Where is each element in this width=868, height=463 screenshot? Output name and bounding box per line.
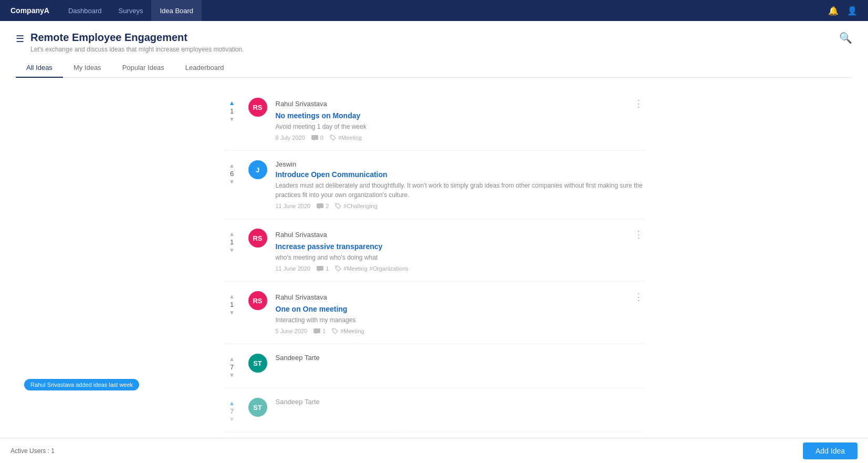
svg-point-1 xyxy=(336,204,337,205)
idea-description: Avoid meeting 1 day of the week xyxy=(276,122,644,131)
tag: #Meeting xyxy=(343,265,367,272)
idea-comments: 1 xyxy=(313,328,326,334)
idea-comments: 1 xyxy=(317,265,329,272)
idea-comments: 2 xyxy=(317,203,329,209)
idea-content: Sandeep Tarte xyxy=(276,398,644,408)
tab-popular-ideas[interactable]: Popular Ideas xyxy=(112,58,175,78)
tabs: All Ideas My Ideas Popular Ideas Leaderb… xyxy=(16,58,852,78)
idea-header: Sandeep Tarte xyxy=(276,354,644,362)
nav-dashboard[interactable]: Dashboard xyxy=(60,0,110,21)
add-idea-button[interactable]: Add Idea xyxy=(803,443,857,459)
svg-point-3 xyxy=(333,329,334,330)
ideas-container: ▲ 1 ▼ RS Rahul Srivastava ⋮ No meetings … xyxy=(16,88,852,433)
vote-up-button[interactable]: ▲ xyxy=(229,356,235,362)
idea-meta: 11 June 2020 1 #Meeting #Organizations xyxy=(276,265,644,272)
nav-idea-board[interactable]: Idea Board xyxy=(151,0,202,21)
svg-point-2 xyxy=(336,266,337,267)
idea-meta: 8 July 2020 0 #Meeting xyxy=(276,135,644,141)
search-icon[interactable]: 🔍 xyxy=(839,32,852,44)
avatar: J xyxy=(248,160,267,179)
vote-up-button[interactable]: ▲ xyxy=(229,162,235,169)
tag: #Meeting xyxy=(340,328,364,334)
main-container: ☰ Remote Employee Engagement Let's excha… xyxy=(0,21,868,463)
avatar: ST xyxy=(248,354,267,373)
idea-tags: #Meeting #Organizations xyxy=(335,265,408,272)
idea-menu-button[interactable]: ⋮ xyxy=(634,291,644,303)
vote-down-button[interactable]: ▼ xyxy=(229,247,235,253)
nav-right: 🔔 👤 xyxy=(828,6,857,16)
idea-menu-button[interactable]: ⋮ xyxy=(634,98,644,109)
vote-count: 7 xyxy=(230,407,234,415)
idea-author: Rahul Srivastava xyxy=(276,100,327,108)
vote-count: 1 xyxy=(230,238,234,246)
vote-section: ▲ 1 ▼ xyxy=(224,231,240,253)
tag: #Meeting xyxy=(338,135,362,141)
tab-my-ideas[interactable]: My Ideas xyxy=(63,58,112,78)
idea-date: 11 June 2020 xyxy=(276,265,311,272)
idea-card-partial: ▲ 7 ▼ ST Sandeep Tarte xyxy=(224,388,644,433)
idea-tags: #Meeting xyxy=(330,135,362,141)
idea-card: ▲ 1 ▼ RS Rahul Srivastava ⋮ No meetings … xyxy=(224,88,644,151)
notification-pill: Rahul Srivastava added ideas last week xyxy=(24,379,139,390)
active-users-label: Active Users : 1 xyxy=(11,447,55,455)
board-title: Remote Employee Engagement xyxy=(30,32,244,44)
idea-title[interactable]: One on One meeting xyxy=(276,305,644,313)
idea-comments: 0 xyxy=(311,135,323,141)
vote-down-button[interactable]: ▼ xyxy=(229,310,235,316)
vote-down-button[interactable]: ▼ xyxy=(229,372,235,378)
idea-date: 5 June 2020 xyxy=(276,328,308,334)
avatar: RS xyxy=(248,291,267,310)
idea-meta: 11 June 2020 2 #Challenging xyxy=(276,203,644,209)
idea-author: Rahul Srivastava xyxy=(276,231,327,239)
vote-section: ▲ 7 ▼ xyxy=(224,400,240,423)
tag: #Challenging xyxy=(343,203,377,209)
vote-down-button[interactable]: ▼ xyxy=(229,416,235,423)
idea-menu-button[interactable]: ⋮ xyxy=(634,229,644,240)
hamburger-icon[interactable]: ☰ xyxy=(16,33,24,45)
vote-down-button[interactable]: ▼ xyxy=(229,179,235,185)
idea-content: Sandeep Tarte xyxy=(276,354,644,364)
idea-header: Jeswin xyxy=(276,160,644,168)
tag: #Organizations xyxy=(370,265,409,272)
nav-surveys[interactable]: Surveys xyxy=(110,0,152,21)
notification-icon[interactable]: 🔔 xyxy=(828,6,839,16)
tab-all-ideas[interactable]: All Ideas xyxy=(16,58,63,78)
idea-date: 8 July 2020 xyxy=(276,135,305,141)
vote-up-button[interactable]: ▲ xyxy=(229,231,235,237)
footer: Active Users : 1 Add Idea xyxy=(0,438,868,463)
board-subtitle: Let's exchange and discuss ideas that mi… xyxy=(30,46,244,53)
idea-card: ▲ 7 ▼ ST Sandeep Tarte xyxy=(224,344,644,388)
vote-count: 1 xyxy=(230,301,234,308)
tab-leaderboard[interactable]: Leaderboard xyxy=(175,58,235,78)
brand-name: CompanyA xyxy=(11,6,49,15)
idea-card: ▲ 1 ▼ RS Rahul Srivastava ⋮ One on One m… xyxy=(224,282,644,344)
top-nav: CompanyA Dashboard Surveys Idea Board 🔔 … xyxy=(0,0,868,21)
vote-section: ▲ 6 ▼ xyxy=(224,162,240,185)
idea-content: Jeswin Introduce Open Communication Lead… xyxy=(276,160,644,209)
vote-up-button[interactable]: ▲ xyxy=(229,400,235,406)
idea-tags: #Meeting xyxy=(332,328,364,334)
idea-date: 11 June 2020 xyxy=(276,203,311,209)
vote-count: 6 xyxy=(230,170,234,178)
idea-content: Rahul Srivastava ⋮ No meetings on Monday… xyxy=(276,98,644,141)
vote-section: ▲ 1 ▼ xyxy=(224,100,240,122)
nav-links: Dashboard Surveys Idea Board xyxy=(60,0,202,21)
idea-description: Interacting with my manages xyxy=(276,315,644,325)
vote-section: ▲ 7 ▼ xyxy=(224,356,240,378)
idea-author: Sandeep Tarte xyxy=(276,398,320,406)
vote-up-button[interactable]: ▲ xyxy=(229,100,235,106)
idea-title[interactable]: No meetings on Monday xyxy=(276,111,644,120)
vote-count: 1 xyxy=(230,107,234,115)
vote-down-button[interactable]: ▼ xyxy=(229,116,235,122)
user-icon[interactable]: 👤 xyxy=(847,6,857,16)
board-title-text: Remote Employee Engagement Let's exchang… xyxy=(30,32,244,53)
ideas-list: ▲ 1 ▼ RS Rahul Srivastava ⋮ No meetings … xyxy=(224,88,644,433)
idea-description: Leaders must act deliberately and though… xyxy=(276,181,644,200)
idea-content: Rahul Srivastava ⋮ Increase passive tran… xyxy=(276,229,644,272)
idea-meta: 5 June 2020 1 #Meeting xyxy=(276,328,644,334)
idea-title[interactable]: Increase passive transparency xyxy=(276,242,644,251)
vote-up-button[interactable]: ▲ xyxy=(229,293,235,300)
idea-header: Rahul Srivastava ⋮ xyxy=(276,98,644,109)
svg-point-0 xyxy=(331,136,332,137)
idea-title[interactable]: Introduce Open Communication xyxy=(276,170,644,179)
